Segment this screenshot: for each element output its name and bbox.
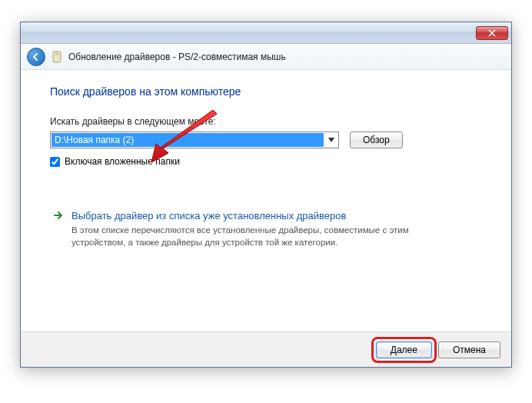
chevron-down-icon xyxy=(328,138,334,142)
page-heading: Поиск драйверов на этом компьютере xyxy=(50,85,482,98)
include-subfolders-label: Включая вложенные папки xyxy=(65,156,180,167)
option-description: В этом списке перечисляются все установл… xyxy=(71,225,456,248)
close-icon xyxy=(488,29,496,37)
path-row: Обзор xyxy=(50,132,482,148)
close-button[interactable] xyxy=(476,26,508,40)
device-icon xyxy=(52,51,62,63)
next-button[interactable]: Далее xyxy=(376,341,432,358)
option-text: Выбрать драйвер из списка уже установлен… xyxy=(71,210,456,248)
path-input[interactable] xyxy=(52,133,324,147)
back-button[interactable] xyxy=(27,48,45,66)
content-area: Поиск драйверов на этом компьютере Искат… xyxy=(21,70,511,331)
include-subfolders-checkbox[interactable] xyxy=(50,157,60,167)
arrow-right-icon xyxy=(53,210,64,248)
option-title: Выбрать драйвер из списка уже установлен… xyxy=(71,210,456,221)
footer: Далее Отмена xyxy=(21,331,511,367)
include-subfolders-row[interactable]: Включая вложенные папки xyxy=(50,156,482,167)
path-dropdown-toggle[interactable] xyxy=(324,138,338,142)
search-location-label: Искать драйверы в следующем месте: xyxy=(50,116,482,127)
header-bar: Обновление драйверов - PS/2-совместимая … xyxy=(21,44,511,70)
window-title: Обновление драйверов - PS/2-совместимая … xyxy=(68,52,286,62)
pick-from-list-option[interactable]: Выбрать драйвер из списка уже установлен… xyxy=(50,205,482,253)
path-combo[interactable] xyxy=(50,132,339,148)
wizard-window: Обновление драйверов - PS/2-совместимая … xyxy=(20,22,512,368)
cancel-button[interactable]: Отмена xyxy=(438,341,500,358)
svg-rect-1 xyxy=(55,53,58,55)
browse-button[interactable]: Обзор xyxy=(350,132,403,148)
titlebar xyxy=(21,22,511,44)
back-arrow-icon xyxy=(32,52,41,62)
